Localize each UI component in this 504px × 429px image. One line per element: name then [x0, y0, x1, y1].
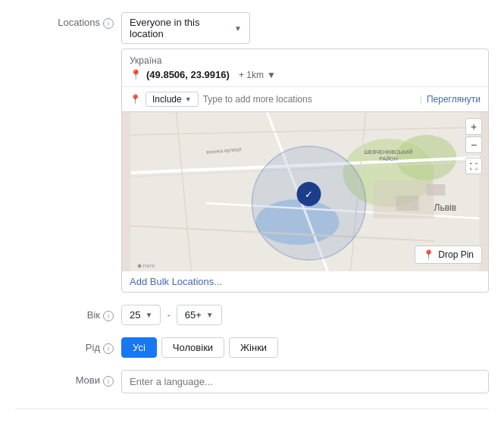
svg-text:✓: ✓: [305, 189, 313, 200]
locations-content: Everyone in this location ▼ Україна 📍 (4…: [121, 12, 489, 293]
age-from-dropdown[interactable]: 25 ▼: [121, 305, 161, 325]
age-separator: -: [167, 309, 170, 321]
location-box: Україна 📍 (49.8506, 23.9916) + 1km ▼ 📍: [121, 49, 489, 293]
svg-text:◆ here: ◆ here: [137, 262, 156, 269]
include-pin-icon: 📍: [130, 94, 141, 105]
zoom-out-button[interactable]: −: [465, 136, 482, 153]
locations-row: Locations i Everyone in this location ▼ …: [15, 12, 489, 293]
gender-all-button[interactable]: Усі: [121, 337, 157, 358]
age-info-icon[interactable]: i: [103, 311, 114, 321]
gender-female-button[interactable]: Жінки: [229, 337, 278, 358]
chevron-down-small-icon: ▼: [267, 70, 276, 80]
add-bulk-link[interactable]: Add Bulk Locations...: [122, 271, 488, 292]
gender-label: Рід i: [15, 337, 121, 354]
language-info-icon[interactable]: i: [103, 376, 114, 387]
map-container: ШЕВЧЕНКІВСЬКИЙ РАЙОН Львів вченка вулиця…: [122, 112, 488, 271]
chevron-down-icon: ▼: [234, 24, 242, 33]
drop-pin-button[interactable]: 📍 Drop Pin: [415, 246, 482, 264]
include-bar: 📍 Include ▼ | Переглянути: [122, 87, 488, 112]
svg-text:РАЙОН: РАЙОН: [379, 155, 397, 161]
location-item: 📍 (49.8506, 23.9916) + 1km ▼: [130, 69, 481, 80]
bottom-divider: [15, 409, 489, 409]
location-country: Україна: [130, 55, 481, 66]
pin-icon: 📍: [130, 69, 142, 80]
svg-rect-15: [427, 184, 446, 196]
language-input[interactable]: [121, 370, 489, 393]
location-list: Україна 📍 (49.8506, 23.9916) + 1km ▼: [122, 49, 488, 87]
svg-text:Львів: Львів: [434, 202, 457, 213]
age-label: Вік i: [15, 305, 121, 321]
divider: |: [420, 94, 422, 105]
location-radius[interactable]: + 1km ▼: [239, 70, 276, 80]
pin-drop-icon: 📍: [423, 249, 434, 260]
locations-label: Locations i: [15, 12, 121, 29]
page-container: Locations i Everyone in this location ▼ …: [0, 0, 504, 429]
location-coords: (49.8506, 23.9916): [146, 69, 230, 80]
age-from-chevron-icon: ▼: [145, 311, 152, 319]
include-dropdown[interactable]: Include ▼: [146, 92, 199, 107]
svg-text:ШЕВЧЕНКІВСЬКИЙ: ШЕВЧЕНКІВСЬКИЙ: [364, 149, 412, 155]
include-chevron-icon: ▼: [185, 96, 192, 103]
gender-info-icon[interactable]: i: [103, 343, 114, 354]
map-controls: + − ⛶: [465, 118, 482, 174]
language-row: Мови i: [15, 370, 489, 393]
location-search-input[interactable]: [203, 94, 415, 105]
gender-controls: Усі Чоловіки Жінки: [121, 337, 489, 358]
location-type-dropdown[interactable]: Everyone in this location ▼: [121, 12, 250, 44]
age-to-chevron-icon: ▼: [206, 311, 214, 319]
gender-male-button[interactable]: Чоловіки: [161, 337, 224, 358]
zoom-in-button[interactable]: +: [465, 118, 482, 135]
browse-link[interactable]: Переглянути: [427, 94, 481, 105]
locations-info-icon[interactable]: i: [103, 18, 114, 29]
age-to-dropdown[interactable]: 65+ ▼: [177, 305, 222, 325]
age-controls: 25 ▼ - 65+ ▼: [121, 305, 489, 325]
svg-rect-14: [396, 196, 419, 211]
gender-row: Рід i Усі Чоловіки Жінки: [15, 337, 489, 358]
language-label: Мови i: [15, 370, 121, 387]
age-row: Вік i 25 ▼ - 65+ ▼: [15, 305, 489, 325]
language-content: [121, 370, 489, 393]
fullscreen-button[interactable]: ⛶: [465, 158, 482, 174]
